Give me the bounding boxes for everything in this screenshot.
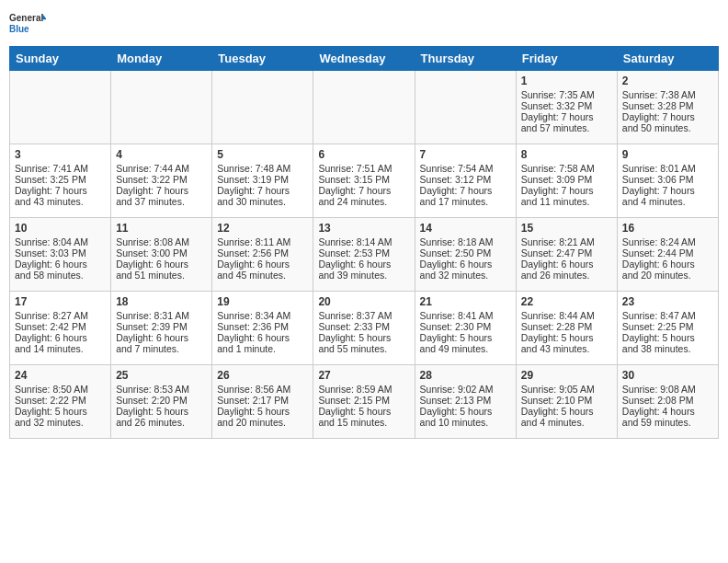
calendar-cell: 20Sunrise: 8:37 AMSunset: 2:33 PMDayligh… <box>313 292 415 365</box>
weekday-header: Friday <box>516 47 617 71</box>
cell-info: Sunset: 3:03 PM <box>15 247 106 259</box>
cell-info: Sunset: 2:50 PM <box>420 247 511 259</box>
cell-info: Daylight: 6 hours and 39 minutes. <box>318 259 409 281</box>
calendar-cell: 10Sunrise: 8:04 AMSunset: 3:03 PMDayligh… <box>10 218 111 292</box>
day-number: 13 <box>318 222 409 235</box>
calendar-week-row: 10Sunrise: 8:04 AMSunset: 3:03 PMDayligh… <box>10 218 719 292</box>
cell-info: Daylight: 5 hours and 32 minutes. <box>15 406 106 428</box>
calendar-cell: 18Sunrise: 8:31 AMSunset: 2:39 PMDayligh… <box>111 292 212 365</box>
calendar-week-row: 1Sunrise: 7:35 AMSunset: 3:32 PMDaylight… <box>10 71 719 144</box>
cell-info: Daylight: 6 hours and 58 minutes. <box>15 259 106 281</box>
calendar-cell: 4Sunrise: 7:44 AMSunset: 3:22 PMDaylight… <box>111 144 212 218</box>
cell-info: Sunrise: 9:02 AM <box>420 384 511 395</box>
logo-svg: General Blue <box>9 9 46 39</box>
cell-info: Daylight: 7 hours and 17 minutes. <box>420 185 511 207</box>
cell-info: Sunrise: 8:08 AM <box>116 236 207 247</box>
cell-info: Sunrise: 7:58 AM <box>521 163 612 174</box>
cell-info: Daylight: 6 hours and 26 minutes. <box>521 259 612 281</box>
calendar-cell: 29Sunrise: 9:05 AMSunset: 2:10 PMDayligh… <box>516 365 617 439</box>
cell-info: Daylight: 6 hours and 20 minutes. <box>622 259 713 281</box>
cell-info: Daylight: 5 hours and 38 minutes. <box>622 332 713 354</box>
calendar-cell: 16Sunrise: 8:24 AMSunset: 2:44 PMDayligh… <box>617 218 718 292</box>
weekday-header: Wednesday <box>313 47 415 71</box>
cell-info: Sunset: 2:25 PM <box>622 321 713 332</box>
calendar-cell: 1Sunrise: 7:35 AMSunset: 3:32 PMDaylight… <box>516 71 617 144</box>
cell-info: Sunset: 3:00 PM <box>116 247 207 259</box>
day-number: 28 <box>420 369 511 382</box>
day-number: 3 <box>15 148 106 161</box>
cell-info: Sunset: 3:15 PM <box>318 174 409 185</box>
cell-info: Daylight: 5 hours and 20 minutes. <box>217 406 308 428</box>
calendar-cell: 17Sunrise: 8:27 AMSunset: 2:42 PMDayligh… <box>10 292 111 365</box>
cell-info: Daylight: 5 hours and 4 minutes. <box>521 406 612 428</box>
cell-info: Daylight: 6 hours and 14 minutes. <box>15 332 106 354</box>
cell-info: Sunset: 2:56 PM <box>217 247 308 259</box>
cell-info: Sunrise: 8:21 AM <box>521 236 612 247</box>
weekday-header: Monday <box>111 47 212 71</box>
calendar-cell <box>415 71 516 144</box>
cell-info: Sunrise: 8:14 AM <box>318 236 409 247</box>
cell-info: Sunrise: 8:50 AM <box>15 384 106 395</box>
calendar-cell: 2Sunrise: 7:38 AMSunset: 3:28 PMDaylight… <box>617 71 718 144</box>
cell-info: Sunset: 2:08 PM <box>622 395 713 406</box>
cell-info: Sunset: 2:30 PM <box>420 321 511 332</box>
calendar-cell: 12Sunrise: 8:11 AMSunset: 2:56 PMDayligh… <box>212 218 313 292</box>
calendar-cell: 22Sunrise: 8:44 AMSunset: 2:28 PMDayligh… <box>516 292 617 365</box>
cell-info: Sunset: 2:22 PM <box>15 395 106 406</box>
day-number: 8 <box>521 148 612 161</box>
cell-info: Sunrise: 8:59 AM <box>318 384 409 395</box>
day-number: 6 <box>318 148 409 161</box>
calendar-cell <box>10 71 111 144</box>
calendar-cell: 5Sunrise: 7:48 AMSunset: 3:19 PMDaylight… <box>212 144 313 218</box>
cell-info: Daylight: 4 hours and 59 minutes. <box>622 406 713 428</box>
cell-info: Daylight: 7 hours and 11 minutes. <box>521 185 612 207</box>
cell-info: Sunrise: 8:56 AM <box>217 384 308 395</box>
cell-info: Sunset: 2:33 PM <box>318 321 409 332</box>
cell-info: Sunrise: 8:47 AM <box>622 310 713 321</box>
cell-info: Sunset: 2:17 PM <box>217 395 308 406</box>
day-number: 2 <box>622 75 713 87</box>
weekday-header: Saturday <box>617 47 718 71</box>
day-number: 22 <box>521 295 612 308</box>
cell-info: Sunset: 3:22 PM <box>116 174 207 185</box>
day-number: 5 <box>217 148 308 161</box>
cell-info: Sunrise: 7:41 AM <box>15 163 106 174</box>
calendar-cell: 30Sunrise: 9:08 AMSunset: 2:08 PMDayligh… <box>617 365 718 439</box>
cell-info: Daylight: 6 hours and 45 minutes. <box>217 259 308 281</box>
cell-info: Sunrise: 8:53 AM <box>116 384 207 395</box>
day-number: 26 <box>217 369 308 382</box>
calendar-cell: 23Sunrise: 8:47 AMSunset: 2:25 PMDayligh… <box>617 292 718 365</box>
calendar-cell: 25Sunrise: 8:53 AMSunset: 2:20 PMDayligh… <box>111 365 212 439</box>
calendar-cell <box>313 71 415 144</box>
day-number: 15 <box>521 222 612 235</box>
cell-info: Daylight: 5 hours and 43 minutes. <box>521 332 612 354</box>
calendar-week-row: 3Sunrise: 7:41 AMSunset: 3:25 PMDaylight… <box>10 144 719 218</box>
cell-info: Sunrise: 8:41 AM <box>420 310 511 321</box>
cell-info: Sunrise: 7:44 AM <box>116 163 207 174</box>
cell-info: Daylight: 7 hours and 24 minutes. <box>318 185 409 207</box>
calendar-cell: 9Sunrise: 8:01 AMSunset: 3:06 PMDaylight… <box>617 144 718 218</box>
cell-info: Sunset: 2:28 PM <box>521 321 612 332</box>
calendar-cell: 26Sunrise: 8:56 AMSunset: 2:17 PMDayligh… <box>212 365 313 439</box>
cell-info: Sunrise: 8:27 AM <box>15 310 106 321</box>
calendar-cell: 3Sunrise: 7:41 AMSunset: 3:25 PMDaylight… <box>10 144 111 218</box>
weekday-header: Tuesday <box>212 47 313 71</box>
cell-info: Sunset: 2:15 PM <box>318 395 409 406</box>
calendar-cell: 21Sunrise: 8:41 AMSunset: 2:30 PMDayligh… <box>415 292 516 365</box>
cell-info: Sunset: 2:10 PM <box>521 395 612 406</box>
weekday-row: SundayMondayTuesdayWednesdayThursdayFrid… <box>10 47 719 71</box>
cell-info: Sunrise: 7:35 AM <box>521 89 612 100</box>
day-number: 20 <box>318 295 409 308</box>
calendar-cell: 27Sunrise: 8:59 AMSunset: 2:15 PMDayligh… <box>313 365 415 439</box>
day-number: 24 <box>15 369 106 382</box>
cell-info: Daylight: 5 hours and 49 minutes. <box>420 332 511 354</box>
cell-info: Daylight: 6 hours and 51 minutes. <box>116 259 207 281</box>
cell-info: Daylight: 7 hours and 4 minutes. <box>622 185 713 207</box>
cell-info: Daylight: 7 hours and 37 minutes. <box>116 185 207 207</box>
calendar-cell: 14Sunrise: 8:18 AMSunset: 2:50 PMDayligh… <box>415 218 516 292</box>
calendar-table: SundayMondayTuesdayWednesdayThursdayFrid… <box>9 46 719 439</box>
day-number: 10 <box>15 222 106 235</box>
cell-info: Sunrise: 8:24 AM <box>622 236 713 247</box>
day-number: 18 <box>116 295 207 308</box>
cell-info: Sunrise: 8:44 AM <box>521 310 612 321</box>
